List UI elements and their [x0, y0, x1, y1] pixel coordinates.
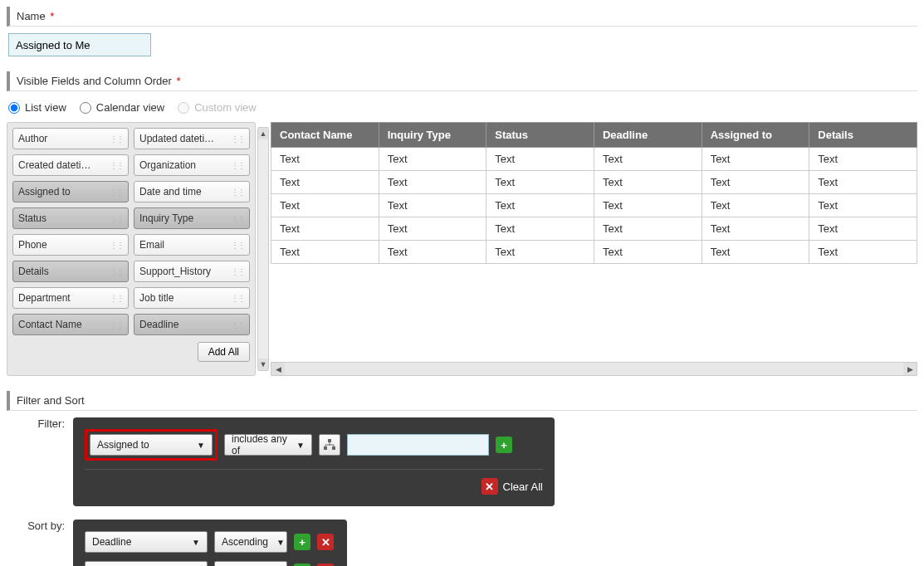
radio-custom-label: Custom view [194, 101, 256, 114]
grip-icon: ⋮⋮ [231, 188, 244, 197]
field-chip-label: Department [18, 292, 71, 304]
field-chip[interactable]: Details⋮⋮ [12, 261, 129, 282]
radio-list-input[interactable] [8, 102, 20, 114]
scroll-up-icon[interactable]: ▲ [258, 128, 268, 139]
field-chip[interactable]: Phone⋮⋮ [12, 234, 129, 256]
table-cell: Text [809, 217, 917, 241]
field-chip-label: Contact Name [18, 319, 82, 330]
filter-sort-header: Filter and Sort [7, 391, 917, 411]
org-tree-button[interactable] [319, 434, 340, 456]
filter-field-select[interactable]: Assigned to ▼ [90, 434, 213, 456]
field-chip[interactable]: Updated dateti…⋮⋮ [134, 128, 250, 149]
table-cell: Text [702, 194, 809, 217]
column-header[interactable]: Inquiry Type [379, 123, 486, 148]
field-chip[interactable]: Job title⋮⋮ [134, 287, 250, 309]
column-header[interactable]: Contact Name [271, 123, 379, 148]
filter-operator-select[interactable]: includes any of ▼ [224, 434, 312, 456]
sort-direction-select[interactable]: Ascending▼ [214, 561, 287, 566]
table-cell: Text [702, 171, 809, 194]
sort-field-value: Deadline [92, 536, 131, 548]
grip-icon: ⋮⋮ [231, 267, 244, 276]
name-input[interactable] [8, 33, 151, 56]
table-cell: Text [486, 241, 594, 264]
field-chip[interactable]: Contact Name⋮⋮ [12, 314, 129, 335]
field-chip-label: Organization [139, 159, 196, 171]
field-chip[interactable]: Support_History⋮⋮ [134, 261, 250, 282]
svg-rect-1 [324, 446, 327, 450]
field-chip[interactable]: Created dateti…⋮⋮ [12, 154, 129, 176]
add-sort-button[interactable]: + [294, 534, 310, 550]
scroll-track[interactable] [285, 363, 903, 375]
sort-field-select[interactable]: Deadline▼ [85, 531, 208, 553]
view-radio-row: List view Calendar view Custom view [7, 98, 917, 122]
filter-value-input[interactable] [347, 434, 489, 456]
sort-row: Deadline▼Ascending▼+✕ [85, 531, 335, 553]
column-header[interactable]: Status [486, 123, 594, 148]
sort-field-select[interactable]: Status▼ [85, 561, 208, 566]
filter-sort-label: Filter and Sort [17, 394, 85, 407]
grip-icon: ⋮⋮ [231, 134, 244, 144]
column-header[interactable]: Details [809, 123, 917, 148]
sort-dir-value: Ascending [222, 536, 268, 548]
field-chip[interactable]: Organization⋮⋮ [134, 154, 250, 176]
table-cell: Text [486, 194, 594, 217]
table-cell: Text [594, 194, 702, 217]
chevron-down-icon: ▼ [296, 441, 305, 450]
field-chip[interactable]: Date and time⋮⋮ [134, 181, 250, 202]
field-chip-label: Inquiry Type [139, 212, 193, 224]
field-chip-label: Status [18, 212, 46, 224]
grip-icon: ⋮⋮ [110, 188, 123, 197]
scroll-down-icon[interactable]: ▼ [258, 359, 268, 370]
grip-icon: ⋮⋮ [110, 241, 123, 250]
clear-filter-icon[interactable]: ✕ [482, 478, 498, 495]
field-chip[interactable]: Status⋮⋮ [12, 207, 129, 229]
field-chip[interactable]: Deadline⋮⋮ [134, 314, 250, 335]
table-row: TextTextTextTextTextText [271, 194, 917, 217]
grip-icon: ⋮⋮ [110, 214, 123, 223]
radio-calendar-view[interactable]: Calendar view [80, 101, 164, 114]
radio-calendar-input[interactable] [80, 102, 91, 114]
field-chip[interactable]: Author⋮⋮ [12, 128, 129, 149]
visible-fields-label: Visible Fields and Column Order [17, 75, 172, 87]
chevron-down-icon: ▼ [276, 538, 285, 547]
field-chip-label: Assigned to [18, 186, 71, 198]
chevron-down-icon: ▼ [197, 441, 205, 450]
fields-scrollbar[interactable]: ▲ ▼ [257, 127, 269, 371]
required-asterisk: * [50, 10, 54, 22]
field-chip[interactable]: Email⋮⋮ [134, 234, 250, 256]
column-header[interactable]: Deadline [594, 123, 702, 148]
table-cell: Text [271, 194, 379, 217]
preview-panel: Contact NameInquiry TypeStatusDeadlineAs… [271, 122, 917, 376]
table-cell: Text [702, 217, 809, 241]
table-cell: Text [379, 241, 486, 264]
add-all-button[interactable]: Add All [198, 342, 250, 362]
preview-hscrollbar[interactable]: ◀ ▶ [271, 362, 917, 376]
field-chip[interactable]: Assigned to⋮⋮ [12, 181, 129, 202]
field-chip[interactable]: Inquiry Type⋮⋮ [134, 207, 250, 229]
sort-label: Sort by: [7, 520, 65, 532]
field-chip[interactable]: Department⋮⋮ [12, 287, 129, 309]
sort-panel: Deadline▼Ascending▼+✕Status▼Ascending▼+✕… [73, 520, 347, 566]
radio-calendar-label: Calendar view [96, 101, 164, 114]
table-cell: Text [271, 241, 379, 264]
radio-list-view[interactable]: List view [8, 101, 66, 114]
sort-direction-select[interactable]: Ascending▼ [214, 531, 287, 553]
table-cell: Text [809, 148, 917, 171]
radio-custom-input [178, 102, 189, 114]
field-chip-label: Date and time [139, 186, 202, 198]
column-header[interactable]: Assigned to [702, 123, 809, 148]
scroll-right-icon[interactable]: ▶ [903, 363, 917, 375]
remove-sort-button[interactable]: ✕ [317, 534, 334, 550]
grip-icon: ⋮⋮ [110, 161, 123, 170]
fields-panel: Author⋮⋮Created dateti…⋮⋮Assigned to⋮⋮St… [7, 122, 256, 376]
scroll-left-icon[interactable]: ◀ [271, 363, 285, 375]
field-chip-label: Details [18, 266, 49, 277]
table-cell: Text [379, 194, 486, 217]
clear-all-filter-button[interactable]: Clear All [503, 481, 543, 493]
svg-rect-2 [332, 446, 335, 450]
filter-field-highlight: Assigned to ▼ [85, 429, 218, 461]
table-cell: Text [271, 148, 379, 171]
filter-field-value: Assigned to [97, 439, 149, 451]
add-filter-button[interactable]: + [496, 437, 512, 453]
preview-table: Contact NameInquiry TypeStatusDeadlineAs… [271, 122, 917, 264]
